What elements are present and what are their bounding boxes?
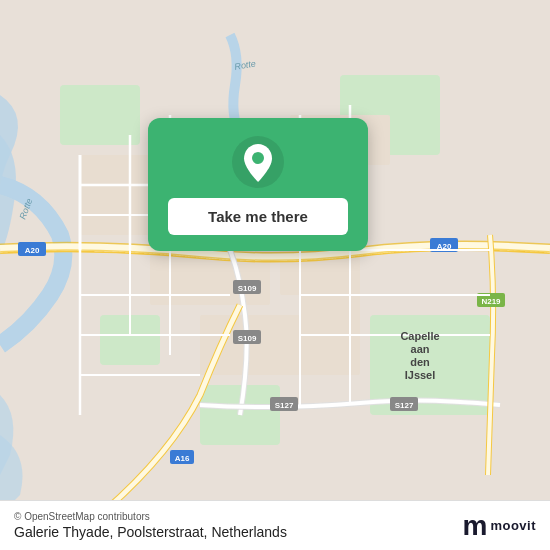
- svg-text:S109: S109: [238, 284, 257, 293]
- svg-text:den: den: [410, 356, 430, 368]
- svg-text:S109: S109: [238, 334, 257, 343]
- svg-text:A16: A16: [175, 454, 190, 463]
- svg-text:A20: A20: [25, 246, 40, 255]
- svg-text:S127: S127: [395, 401, 414, 410]
- map-svg: A20 A20 S109 S109 S127 S127 A16 N219: [0, 0, 550, 550]
- moovit-text: moovit: [490, 518, 536, 533]
- location-name: Galerie Thyade, Poolsterstraat, Netherla…: [14, 524, 287, 540]
- map-container: A20 A20 S109 S109 S127 S127 A16 N219: [0, 0, 550, 550]
- location-card: Take me there: [148, 118, 368, 251]
- osm-attribution: © OpenStreetMap contributors: [14, 511, 287, 522]
- svg-text:N219: N219: [481, 297, 501, 306]
- svg-text:Capelle: Capelle: [400, 330, 439, 342]
- bottom-bar: © OpenStreetMap contributors Galerie Thy…: [0, 500, 550, 550]
- svg-point-53: [252, 152, 264, 164]
- svg-text:aan: aan: [411, 343, 430, 355]
- moovit-logo: m moovit: [462, 512, 536, 540]
- svg-text:IJssel: IJssel: [405, 369, 436, 381]
- bottom-left: © OpenStreetMap contributors Galerie Thy…: [14, 511, 287, 540]
- moovit-m-icon: m: [462, 512, 487, 540]
- take-me-there-button[interactable]: Take me there: [168, 198, 348, 235]
- location-pin-icon: [232, 136, 284, 188]
- svg-text:S127: S127: [275, 401, 294, 410]
- svg-rect-0: [60, 85, 140, 145]
